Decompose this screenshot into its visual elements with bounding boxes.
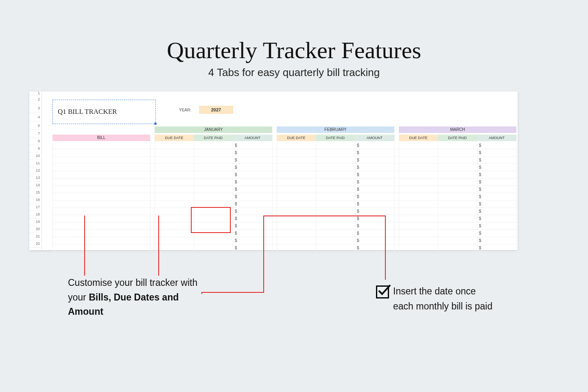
amount-cell[interactable]: $ (233, 237, 237, 244)
amount-cell[interactable]: $ (355, 230, 359, 237)
selected-cell-text: Q1 BILL TRACKER (58, 108, 117, 116)
amount-cell[interactable]: $ (233, 171, 237, 178)
page-subtitle: 4 Tabs for easy quarterly bill tracking (0, 66, 588, 79)
row-number: 17 (29, 204, 42, 211)
table-row: $$$ (52, 142, 518, 149)
row-number-gutter: 1234578910111213141516171819202122 (29, 91, 42, 250)
annotation-line (84, 216, 85, 276)
row-number: 2 (29, 95, 42, 104)
amount-cell[interactable]: $ (355, 200, 359, 207)
amount-cell[interactable]: $ (233, 142, 237, 149)
amount-cell[interactable]: $ (477, 186, 481, 193)
amount-cell[interactable]: $ (477, 230, 481, 237)
amount-cell[interactable]: $ (233, 244, 237, 251)
mar-due-header: DUE DATE (399, 135, 438, 141)
jan-amt-header: AMOUNT (233, 135, 273, 141)
amount-cell[interactable]: $ (233, 186, 237, 193)
table-row: $$$ (52, 208, 518, 215)
amount-cell[interactable]: $ (355, 186, 359, 193)
feb-amt-header: AMOUNT (355, 135, 395, 141)
month-header-march: MARCH (399, 126, 516, 133)
table-row: $$$ (52, 171, 518, 179)
jan-paid-header: DATE PAID (194, 135, 233, 141)
mar-paid-header: DATE PAID (438, 135, 477, 141)
spreadsheet-preview: 1234578910111213141516171819202122 Q1 BI… (29, 91, 518, 250)
amount-cell[interactable]: $ (477, 208, 481, 215)
amount-cell[interactable]: $ (477, 171, 481, 178)
amount-cell[interactable]: $ (477, 215, 481, 222)
amount-cell[interactable]: $ (477, 237, 481, 244)
table-row: $$$ (52, 222, 518, 230)
amount-cell[interactable]: $ (355, 157, 359, 163)
amount-cell[interactable]: $ (233, 149, 237, 156)
table-row: $$$ (52, 200, 518, 208)
row-number: 5 (29, 122, 42, 130)
amount-cell[interactable]: $ (477, 222, 481, 229)
row-number: 11 (29, 160, 42, 167)
annotation-line (263, 216, 385, 216)
row-number: 16 (29, 196, 42, 204)
table-row: $$$ (52, 179, 518, 186)
callout-insert-date: Insert the date once each monthly bill i… (393, 284, 495, 314)
selected-cell[interactable]: Q1 BILL TRACKER (52, 100, 156, 124)
amount-cell[interactable]: $ (477, 179, 481, 185)
amount-cell[interactable]: $ (355, 244, 359, 251)
amount-cell[interactable]: $ (477, 164, 481, 171)
row-number: 3 (29, 104, 42, 113)
callout-customise: Customise your bill tracker with your Bi… (68, 276, 202, 319)
amount-cell[interactable]: $ (355, 164, 359, 171)
amount-cell[interactable]: $ (355, 179, 359, 185)
amount-cell[interactable]: $ (233, 193, 237, 200)
amount-cell[interactable]: $ (233, 157, 237, 163)
jan-due-header: DUE DATE (155, 135, 194, 141)
amount-cell[interactable]: $ (233, 179, 237, 185)
annotation-line (263, 216, 264, 293)
feb-paid-header: DATE PAID (316, 135, 355, 141)
amount-cell[interactable]: $ (355, 222, 359, 229)
bill-column-header: BILL (52, 135, 150, 141)
year-label: YEAR: (179, 108, 191, 112)
annotation-line (385, 216, 386, 280)
amount-cell[interactable]: $ (233, 200, 237, 207)
row-number: 8 (29, 138, 42, 145)
year-value-cell[interactable]: 2027 (199, 106, 233, 114)
row-number: 12 (29, 167, 42, 174)
row-number: 1 (29, 91, 42, 95)
amount-cell[interactable]: $ (477, 244, 481, 251)
selection-handle-icon[interactable] (154, 122, 157, 125)
amount-cell[interactable]: $ (355, 149, 359, 156)
row-number: 10 (29, 152, 42, 160)
amount-cell[interactable]: $ (233, 222, 237, 229)
row-number: 22 (29, 240, 42, 248)
amount-cell[interactable]: $ (355, 208, 359, 215)
feb-due-header: DUE DATE (277, 135, 316, 141)
row-number: 4 (29, 113, 42, 122)
table-row: $$$ (52, 164, 518, 171)
amount-cell[interactable]: $ (355, 142, 359, 149)
amount-cell[interactable]: $ (233, 164, 237, 171)
table-row: $$$ (52, 230, 518, 237)
amount-cell[interactable]: $ (477, 157, 481, 163)
amount-cell[interactable]: $ (477, 200, 481, 207)
grid-area: Q1 BILL TRACKER YEAR: 2027 JANUARY FEBRU… (42, 91, 518, 250)
table-row: $$$ (52, 157, 518, 164)
row-number: 15 (29, 189, 42, 196)
amount-cell[interactable]: $ (477, 149, 481, 156)
amount-cell[interactable]: $ (355, 193, 359, 200)
table-row: $$$ (52, 193, 518, 200)
mar-amt-header: AMOUNT (477, 135, 517, 141)
amount-cell[interactable]: $ (233, 230, 237, 237)
month-header-february: FEBRUARY (277, 126, 394, 133)
annotation-box-datepaid (191, 207, 231, 233)
row-number: 7 (29, 130, 42, 138)
amount-cell[interactable]: $ (355, 171, 359, 178)
checkbox-icon (376, 285, 389, 298)
row-number: 14 (29, 182, 42, 189)
amount-cell[interactable]: $ (233, 215, 237, 222)
amount-cell[interactable]: $ (233, 208, 237, 215)
amount-cell[interactable]: $ (355, 237, 359, 244)
month-header-january: JANUARY (155, 126, 272, 133)
amount-cell[interactable]: $ (477, 142, 481, 149)
amount-cell[interactable]: $ (477, 193, 481, 200)
row-number: 9 (29, 145, 42, 152)
